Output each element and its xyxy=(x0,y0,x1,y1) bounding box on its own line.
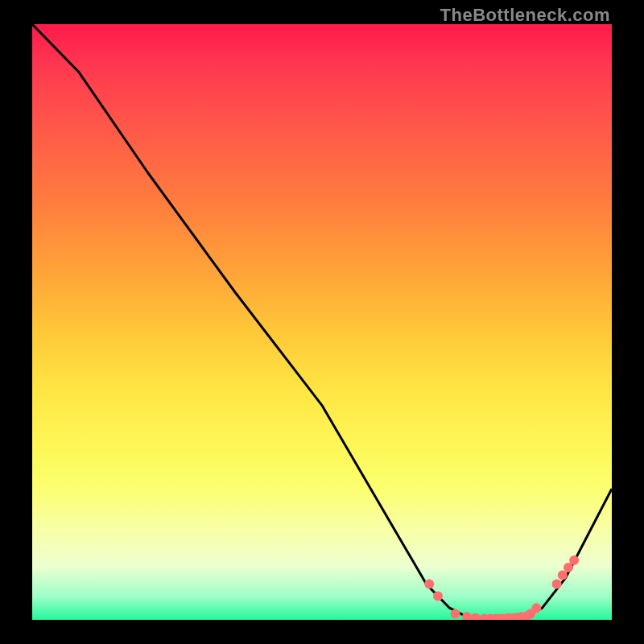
highlighted-points xyxy=(424,555,579,620)
chart-container: TheBottleneck.com xyxy=(0,0,644,644)
marker-point xyxy=(558,571,568,580)
marker-point xyxy=(451,609,460,619)
marker-point xyxy=(433,591,443,601)
plot-area xyxy=(32,24,612,620)
marker-point xyxy=(471,613,481,620)
marker-point xyxy=(531,603,541,613)
marker-point xyxy=(552,580,562,589)
marker-point xyxy=(569,555,579,565)
marker-point xyxy=(462,612,472,620)
bottleneck-curve xyxy=(32,24,612,620)
chart-svg xyxy=(32,24,612,620)
curve-line xyxy=(32,24,612,620)
branding-text: TheBottleneck.com xyxy=(440,5,610,26)
marker-point xyxy=(424,580,434,589)
